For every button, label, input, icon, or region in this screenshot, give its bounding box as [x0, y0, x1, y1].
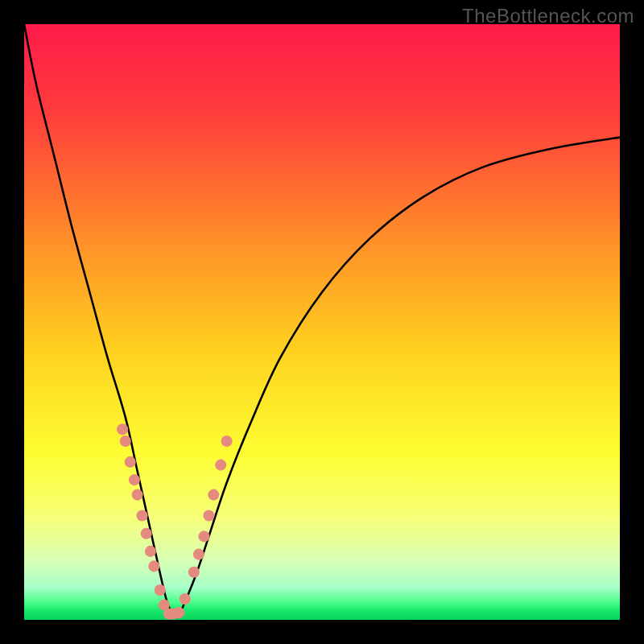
sample-dot	[180, 593, 191, 605]
sample-dot	[215, 460, 226, 471]
sample-dot	[129, 474, 140, 485]
sample-dot	[188, 567, 200, 578]
sample-dot	[145, 546, 156, 557]
sample-dot	[148, 560, 159, 572]
sample-dot	[193, 549, 204, 560]
chart-frame: TheBottleneck.com	[0, 0, 644, 644]
sample-dot	[155, 584, 166, 596]
curve-layer	[24, 24, 620, 620]
sample-dot	[173, 607, 184, 618]
sample-dot	[203, 510, 214, 521]
sample-dot	[208, 489, 219, 501]
sample-dot	[141, 528, 152, 539]
sample-dot	[125, 456, 136, 468]
plot-area	[24, 24, 620, 620]
sample-dot	[136, 510, 147, 521]
sample-dot	[120, 436, 131, 447]
watermark-text: TheBottleneck.com	[462, 5, 634, 27]
sample-dot	[198, 530, 209, 542]
sample-dot	[221, 436, 233, 447]
sample-dot	[117, 423, 128, 435]
bottleneck-curve	[24, 24, 620, 615]
sample-dot	[132, 489, 143, 501]
